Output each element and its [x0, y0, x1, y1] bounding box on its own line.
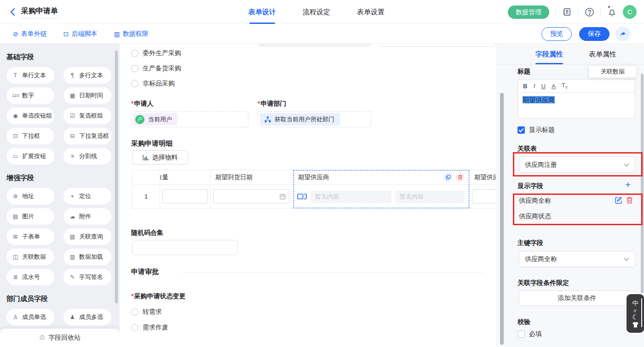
radio-button-icon[interactable]	[131, 324, 138, 331]
tab-flow-settings[interactable]: 流程设定	[303, 0, 330, 24]
current-department-chip: 获取当前用户所处部门	[260, 113, 340, 125]
moon-icon: ☾	[632, 314, 638, 320]
palette-field-单行文本[interactable]: T单行文本	[6, 67, 54, 84]
expected-supplier-column-selected[interactable]: 期望供应商 暂无内容 暂无内容	[293, 170, 470, 208]
field-type-label: 子表单	[22, 233, 40, 241]
supplier-2-input[interactable]	[472, 189, 496, 204]
palette-field-数据加载[interactable]: ▥数据加载	[63, 249, 111, 265]
trash-icon[interactable]	[626, 196, 633, 204]
palette-field-扩展按钮[interactable]: ▭扩展按钮	[6, 148, 54, 165]
title-rich-editor[interactable]: B I U A TT 期望供应商	[518, 79, 635, 119]
palette-field-关联查询[interactable]: ▧关联查询	[63, 228, 111, 245]
field-type-label: 手写签名	[79, 273, 103, 281]
field-type-icon: ▥	[69, 254, 76, 260]
show-title-checkbox[interactable]	[518, 126, 525, 134]
row-index: 1	[132, 185, 160, 208]
title-editor-body[interactable]: 期望供应商	[518, 93, 635, 108]
save-button[interactable]: 保存	[579, 27, 610, 41]
field-recycle-bin[interactable]: ♲ 字段回收站	[0, 329, 120, 347]
palette-field-复选框组[interactable]: ☑复选框组	[63, 108, 111, 124]
notification-bell-icon[interactable]	[607, 7, 617, 17]
sidebar-scrollbar[interactable]	[115, 51, 118, 303]
palette-field-附件[interactable]: ☁附件	[63, 208, 111, 225]
font-color-icon[interactable]: A	[552, 83, 556, 90]
recycle-label: 字段回收站	[48, 334, 80, 342]
radio-button-icon[interactable]	[131, 308, 138, 316]
field-type-label: 单选按钮组	[22, 112, 52, 120]
tab-form-settings[interactable]: 表单设置	[357, 0, 385, 24]
page-title[interactable]: 采购申请单	[21, 6, 58, 18]
field-type-icon: ¶	[69, 72, 76, 79]
palette-grid: T单行文本¶多行文本123数字▦日期时间◉单选按钮组☑复选框组⊡下拉框⊟下拉复选…	[6, 67, 113, 165]
underline-icon[interactable]: U	[541, 83, 546, 90]
edit-icon[interactable]	[615, 196, 622, 204]
applicant-field[interactable]: 户 当前用户	[131, 111, 248, 127]
tab-field-properties[interactable]: 字段属性	[535, 44, 563, 64]
quantity-input[interactable]	[162, 189, 208, 204]
random-code-input[interactable]	[132, 240, 238, 255]
tab-form-design[interactable]: 表单设计	[248, 0, 276, 24]
add-condition-button[interactable]: 添加关联条件	[519, 290, 635, 306]
display-field-item-2[interactable]: 供应商状态	[519, 212, 551, 221]
widget-scroll-indicator	[641, 298, 642, 327]
add-display-field-icon[interactable]: +	[625, 180, 631, 189]
palette-field-多行文本[interactable]: ¶多行文本	[63, 67, 111, 84]
radio-button-icon[interactable]	[131, 50, 138, 57]
divider	[555, 9, 556, 15]
preview-button[interactable]: 预览	[541, 27, 572, 41]
field-type-label: 流水号	[22, 273, 40, 281]
radio-button-icon[interactable]	[131, 80, 138, 87]
palette-field-下拉复选框[interactable]: ⊟下拉复选框	[63, 128, 111, 144]
required-checkbox[interactable]	[518, 330, 525, 338]
bold-icon[interactable]: B	[523, 83, 527, 90]
palette-field-日期时间[interactable]: ▦日期时间	[63, 87, 111, 104]
expected-supplier-column-2[interactable]: 期望供应商	[470, 170, 496, 208]
delete-field-icon[interactable]	[455, 173, 465, 182]
palette-field-单选按钮组[interactable]: ◉单选按钮组	[6, 108, 54, 124]
italic-icon[interactable]: I	[533, 82, 535, 90]
related-table-select[interactable]: 供应商注册	[519, 157, 635, 173]
quantity-column[interactable]: 数量	[160, 170, 211, 208]
panel-scrollbar[interactable]	[641, 74, 644, 293]
palette-field-成员单选[interactable]: ♙成员单选	[6, 309, 54, 325]
palette-field-分割线[interactable]: ≡分割线	[63, 148, 111, 165]
data-manage-button[interactable]: 数据管理	[508, 6, 549, 19]
font-size-icon[interactable]: TT	[562, 82, 568, 90]
palette-field-定位[interactable]: ⌖定位	[63, 188, 111, 205]
palette-field-下拉框[interactable]: ⊡下拉框	[6, 128, 54, 144]
display-field-item-actions	[615, 196, 633, 204]
date-input[interactable]	[213, 189, 289, 204]
share-button[interactable]	[615, 27, 630, 41]
palette-field-流水号[interactable]: ≣流水号	[6, 269, 54, 285]
external-link-button[interactable]: ⊘ 表单外链	[13, 30, 47, 38]
palette-field-图片[interactable]: ▤图片	[6, 208, 54, 225]
backend-script-button[interactable]: ⊡ 后端脚本	[63, 30, 98, 38]
canvas-scrollbar[interactable]	[500, 93, 504, 345]
field-type-label: 单行文本	[22, 71, 46, 80]
palette-field-手写签名[interactable]: ✎手写签名	[63, 269, 111, 285]
field-type-icon: ⊚	[12, 193, 19, 199]
palette-field-关联数据[interactable]: ◫关联数据	[6, 249, 54, 265]
radio-button-icon[interactable]	[131, 65, 138, 72]
tab-form-properties[interactable]: 表单属性	[589, 44, 616, 64]
back-icon[interactable]	[8, 7, 17, 17]
data-permission-button[interactable]: ▥ 数据权限	[114, 30, 148, 38]
related-data-floating-tag[interactable]: 关联数据	[589, 66, 637, 78]
department-field[interactable]: 获取当前用户所处部门	[258, 111, 371, 127]
browser-extension-widget[interactable]: 中 o’ ☾	[627, 294, 644, 333]
help-icon[interactable]	[584, 7, 594, 17]
title-value-selected: 期望供应商	[523, 96, 555, 103]
palette-field-成员多选[interactable]: ♟成员多选	[63, 309, 111, 325]
copy-field-icon[interactable]	[443, 173, 453, 182]
select-material-button[interactable]: 选择物料	[132, 150, 188, 165]
shirt-icon	[632, 322, 639, 328]
user-avatar[interactable]: C	[623, 5, 637, 19]
palette-field-子表单[interactable]: ⊞子表单	[6, 228, 54, 245]
palette-field-数字[interactable]: 123数字	[6, 87, 54, 104]
random-code-label: 随机码合集	[131, 229, 163, 237]
palette-field-地址[interactable]: ⊚地址	[6, 188, 54, 205]
contact-book-icon[interactable]	[562, 7, 572, 17]
primary-key-select[interactable]: 供应商全称	[519, 251, 635, 267]
display-field-item-1[interactable]: 供应商全称	[519, 197, 551, 205]
expected-date-column[interactable]: 期望到货日期	[211, 170, 293, 208]
